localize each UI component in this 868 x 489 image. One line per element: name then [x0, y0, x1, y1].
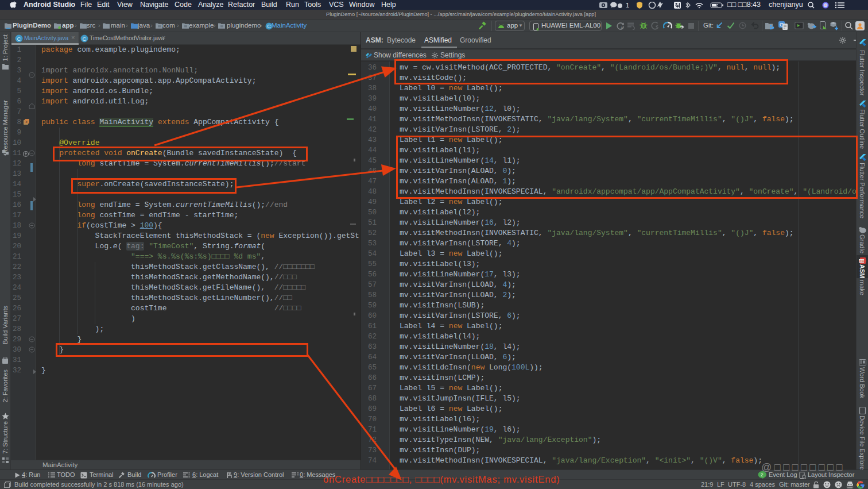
svg-text:2: 2	[761, 472, 764, 478]
svg-text:C: C	[267, 24, 271, 29]
svg-text:C: C	[82, 36, 86, 42]
svg-text:1: 1	[626, 2, 629, 9]
svg-text:ASM: ASM	[859, 259, 867, 263]
svg-text:c: c	[26, 120, 28, 124]
svg-text:A: A	[621, 26, 623, 30]
svg-text:C: C	[17, 36, 21, 42]
